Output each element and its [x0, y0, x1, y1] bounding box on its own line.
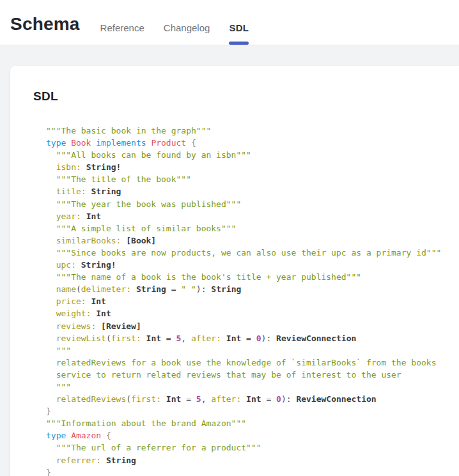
- sdl-card: SDL """The basic book in the graph"""typ…: [10, 66, 459, 476]
- code-line: title: String: [46, 185, 459, 197]
- code-line: """The name of a book is the book's titl…: [46, 271, 459, 283]
- code-line: """The title of the book""": [46, 173, 459, 185]
- code-line: upc: String!: [46, 259, 459, 271]
- sdl-heading: SDL: [33, 89, 459, 104]
- sdl-code: """The basic book in the graph"""type Bo…: [46, 125, 459, 476]
- tab-active-underline: [229, 42, 249, 45]
- code-line: """: [46, 344, 459, 357]
- code-line: }: [46, 405, 459, 417]
- code-line: }: [46, 466, 459, 476]
- tab-sdl-label: SDL: [229, 22, 249, 33]
- code-line: similarBooks: [Book]: [46, 234, 459, 247]
- schema-header: Schema Reference Changelog SDL: [0, 0, 459, 45]
- code-line: reviews: [Review]: [46, 320, 459, 332]
- tab-changelog[interactable]: Changelog: [164, 4, 210, 45]
- code-line: year: Int: [46, 210, 459, 222]
- code-line: weight: Int: [46, 307, 459, 319]
- code-line: price: Int: [46, 295, 459, 307]
- tab-reference-label: Reference: [100, 22, 144, 33]
- main-area: SDL """The basic book in the graph"""typ…: [0, 45, 459, 476]
- code-line: """The basic book in the graph""": [46, 125, 459, 137]
- code-line: """The year the book was published""": [46, 198, 459, 210]
- code-line: name(delimeter: String = " "): String: [46, 283, 459, 295]
- code-line: service to return related reviews that m…: [46, 369, 459, 381]
- code-line: isbn: String!: [46, 161, 459, 173]
- code-line: """Since books are now products, we can …: [46, 247, 459, 259]
- code-line: relatedReviews(first: Int = 5, after: In…: [46, 393, 459, 405]
- page-title: Schema: [10, 14, 80, 35]
- code-line: """The url of a referrer for a product""…: [46, 441, 459, 454]
- code-line: """: [46, 381, 459, 393]
- code-line: """All books can be found by an isbn""": [46, 149, 459, 161]
- code-line: relatedReviews for a book use the knowle…: [46, 357, 459, 369]
- code-line: type Amazon {: [46, 429, 459, 441]
- tab-changelog-label: Changelog: [164, 22, 210, 33]
- code-line: """A simple list of similar books""": [46, 222, 459, 234]
- code-line: referrer: String: [46, 454, 459, 466]
- tab-sdl[interactable]: SDL: [229, 4, 249, 45]
- code-line: reviewList(first: Int = 5, after: Int = …: [46, 332, 459, 344]
- tab-reference[interactable]: Reference: [100, 4, 144, 45]
- code-line: type Book implements Product {: [46, 137, 459, 149]
- code-line: """Information about the brand Amazon""": [46, 417, 459, 429]
- schema-tabs: Reference Changelog SDL: [100, 4, 249, 45]
